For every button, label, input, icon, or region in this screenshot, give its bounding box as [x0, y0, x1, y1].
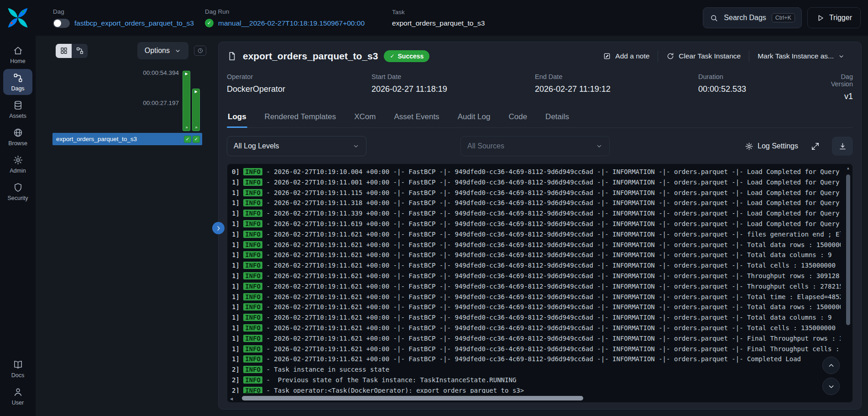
log-level-badge: INFO — [243, 241, 262, 248]
tabs: LogsRendered TemplatesXComAsset EventsAu… — [227, 112, 853, 128]
vertical-scrollbar[interactable]: ▲ — [845, 165, 851, 394]
chevron-down-icon — [596, 142, 603, 150]
sidebar-item-label: Dags — [11, 85, 24, 92]
airflow-logo[interactable] — [0, 0, 36, 36]
log-line: 1] INFO - 2026-02-27T10:19:11.621 +00:00… — [232, 281, 841, 292]
log-line: 1] INFO - 2026-02-27T10:19:11.621 +00:00… — [232, 240, 841, 250]
log-line-number: 1] — [232, 345, 240, 353]
clock-icon — [197, 47, 204, 54]
log-message: - Task operator:<Task(DockerOperator): e… — [262, 387, 524, 393]
log-line: 1] INFO - 2026-02-27T10:19:11.621 +00:00… — [232, 292, 841, 302]
trigger-button[interactable]: Trigger — [807, 7, 861, 28]
chevron-down-icon — [352, 142, 360, 150]
meta-row: OperatorDockerOperatorStart Date2026-02-… — [227, 73, 853, 101]
meta-label: Start Date — [371, 73, 535, 80]
sidebar: HomeDagsAssetsBrowseAdminSecurity DocsUs… — [0, 36, 36, 416]
scroll-left-arrow-icon[interactable]: ◀ — [230, 396, 233, 400]
log-levels-select[interactable]: All Log Levels — [227, 136, 366, 156]
add-note-button[interactable]: Add a note — [595, 52, 658, 60]
download-logs-button[interactable] — [832, 137, 853, 156]
dag-run-link[interactable]: manual__2026-02-27T10:18:19.150967+00:00 — [218, 19, 365, 27]
sidebar-item-browse[interactable]: Browse — [3, 124, 32, 150]
log-level-badge: INFO — [243, 345, 262, 353]
log-sources-value: All Sources — [467, 142, 504, 150]
chevron-down-icon — [827, 383, 835, 390]
sidebar-item-admin[interactable]: Admin — [3, 151, 32, 177]
scroll-to-bottom-button[interactable] — [822, 378, 840, 395]
scroll-up-arrow-icon[interactable]: ▲ — [847, 166, 850, 170]
fullscreen-button[interactable] — [805, 137, 826, 156]
log-message: - Task instance in success state — [262, 366, 389, 373]
log-line: 1] INFO - 2026-02-27T10:19:11.621 +00:00… — [232, 260, 841, 271]
log-line-number: 1] — [232, 272, 240, 279]
log-settings-button[interactable]: Log Settings — [745, 142, 798, 151]
duration-axis-button[interactable] — [194, 46, 206, 56]
sidebar-item-dags[interactable]: Dags — [3, 69, 32, 95]
success-check-icon[interactable]: ✓ — [184, 136, 191, 143]
status-badge: ✓ Success — [384, 50, 429, 62]
clear-task-instance-button[interactable]: Clear Task Instance — [658, 52, 749, 60]
vertical-scrollbar-thumb[interactable] — [846, 174, 850, 325]
duration-tick: 00:00:27.197 — [143, 100, 179, 106]
meta-start-date: Start Date2026-02-27 11:18:19 — [371, 73, 535, 101]
log-line-number: 1] — [232, 262, 240, 269]
view-toggle — [56, 44, 88, 58]
log-level-badge: INFO — [243, 293, 262, 300]
toggle-knob — [54, 20, 61, 27]
sidebar-item-user[interactable]: User — [3, 383, 32, 409]
tab-details[interactable]: Details — [544, 112, 570, 127]
search-dags-button[interactable]: Search Dags Ctrl+K — [703, 7, 802, 28]
grid-icon — [60, 47, 68, 55]
horizontal-scrollbar[interactable]: ◀ — [229, 395, 842, 401]
dag-link[interactable]: fastbcp_export_orders_parquet_to_s3 — [74, 19, 194, 27]
mark-task-instance-button[interactable]: Mark Task Instance as... — [749, 52, 853, 60]
log-line-number: 1] — [232, 335, 240, 342]
log-line-number: 1] — [232, 210, 240, 217]
graph-icon — [76, 47, 84, 55]
docs-icon — [13, 359, 23, 370]
note-icon — [603, 52, 611, 60]
grid-task-row[interactable]: export_orders_parquet_to_s3 ✓ ✓ — [52, 133, 202, 145]
sidebar-item-docs[interactable]: Docs — [3, 356, 32, 382]
log-message: - 2026-02-27T10:19:11.621 +00:00 -|- Fas… — [262, 283, 841, 290]
search-label: Search Dags — [724, 14, 766, 22]
horizontal-scrollbar-thumb[interactable] — [242, 396, 583, 400]
sidebar-item-label: Docs — [11, 372, 24, 379]
grid-toolbar: Options — [36, 36, 218, 59]
sidebar-item-assets[interactable]: Assets — [3, 96, 32, 122]
meta-label: Duration — [698, 73, 828, 80]
sidebar-item-home[interactable]: Home — [3, 42, 32, 68]
dags-icon — [13, 73, 23, 83]
play-marker-icon: ▶ — [185, 72, 188, 76]
run-duration-bar[interactable]: ▶ » — [183, 71, 190, 131]
chevrons-marker-icon: » — [185, 126, 187, 130]
chevron-right-icon — [215, 225, 222, 232]
tab-code[interactable]: Code — [507, 112, 528, 127]
log-line: 1] INFO - 2026-02-27T10:19:11.621 +00:00… — [232, 271, 841, 281]
tab-xcom[interactable]: XCom — [353, 112, 376, 127]
trigger-label: Trigger — [829, 14, 852, 22]
log-line-number: 1] — [232, 283, 240, 290]
log-level-badge: INFO — [243, 303, 262, 311]
tab-audit-log[interactable]: Audit Log — [457, 112, 492, 127]
run-duration-bar[interactable]: ▶ » — [192, 89, 200, 131]
scroll-to-top-button[interactable] — [822, 357, 840, 374]
graph-view-button[interactable] — [72, 44, 88, 58]
options-button[interactable]: Options — [137, 42, 188, 59]
tab-logs[interactable]: Logs — [227, 112, 247, 127]
sidebar-item-security[interactable]: Security — [3, 179, 32, 205]
success-check-icon[interactable]: ✓ — [193, 136, 200, 143]
tab-rendered-templates[interactable]: Rendered Templates — [264, 112, 337, 127]
log-line: 2] INFO - Previous state of the Task ins… — [232, 375, 841, 385]
log-line: 1] INFO - 2026-02-27T10:19:11.619 +00:00… — [232, 219, 841, 229]
dag-pause-toggle[interactable] — [53, 19, 70, 28]
panel-expand-handle[interactable] — [212, 222, 225, 234]
tab-asset-events[interactable]: Asset Events — [393, 112, 440, 127]
grid-view-button[interactable] — [56, 44, 72, 58]
log-line: 1] INFO - 2026-02-27T10:19:11.621 +00:00… — [232, 344, 841, 354]
log-sources-select[interactable]: All Sources — [460, 136, 610, 156]
log-level-badge: INFO — [243, 355, 262, 363]
log-level-badge: INFO — [243, 262, 262, 269]
page-title: export_orders_parquet_to_s3 — [243, 51, 378, 62]
log-message: - 2026-02-27T10:19:10.004 +00:00 -|- Fas… — [262, 168, 841, 175]
